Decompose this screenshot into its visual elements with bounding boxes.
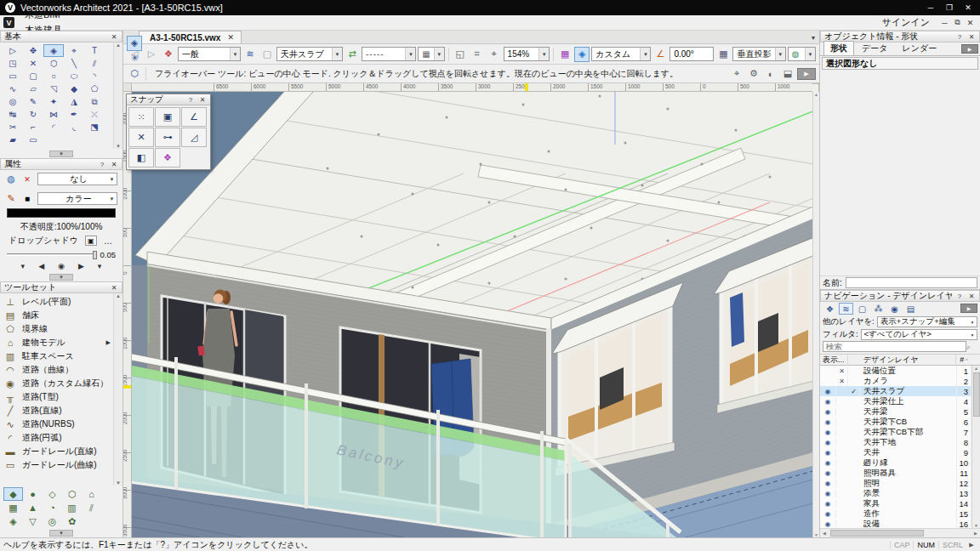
tool-button[interactable]: ◆ (64, 82, 84, 95)
render-mode-select[interactable]: ◍ ▼ (788, 47, 816, 61)
tool-button[interactable]: ▰ (3, 133, 23, 146)
visibility-eye-icon[interactable]: ◉ (820, 388, 836, 395)
tool-button[interactable]: ⌖ (64, 44, 84, 57)
pen-color-bar[interactable] (7, 208, 116, 218)
help-icon[interactable]: ? (955, 33, 964, 41)
visibility-eye-icon[interactable]: ◉ (820, 398, 836, 406)
close-icon[interactable]: ✕ (110, 284, 118, 292)
tool-button[interactable]: ╲ (64, 57, 84, 70)
drop-shadow-toggle[interactable]: ▣ (85, 236, 97, 246)
tool-button[interactable]: ↹ (3, 108, 23, 121)
toolset-category-button[interactable]: ◇ (43, 487, 62, 501)
snap-palette-header[interactable]: スナップ ? ✕ (127, 94, 210, 105)
tool-button[interactable]: ✕ (23, 57, 43, 70)
basic-palette-scrollbar[interactable]: ▲▼ (113, 43, 122, 149)
visibility-eye-icon[interactable]: ◉ (820, 429, 836, 436)
collapse-toolset-button[interactable]: ▼ (49, 530, 73, 537)
toolset-item[interactable]: ⌂ 建物モデル ▶ (0, 336, 113, 349)
fit-to-objects-icon[interactable]: ⌗ (470, 47, 485, 62)
active-class-select[interactable]: 一般 ▼ (178, 47, 241, 61)
maximize-window-button[interactable]: ❐ (943, 3, 956, 12)
next-icon[interactable]: ▶ (78, 262, 84, 270)
object-name-input[interactable] (846, 277, 977, 288)
layer-name[interactable]: 設備 (860, 519, 957, 529)
snap-button[interactable]: ◿ (181, 128, 207, 147)
toolset-category-button[interactable]: ▦ (3, 501, 23, 514)
eyedropper-icon[interactable]: ◉ (58, 262, 65, 270)
object-info-tab[interactable]: レンダー (895, 41, 943, 55)
tool-button[interactable]: ▱ (23, 82, 43, 95)
toolset-category-button[interactable]: ▲ (23, 501, 43, 514)
toolset-item[interactable]: ◜ 道路(円弧) (0, 431, 113, 445)
navigation-mode-icon[interactable]: ▤ (903, 303, 918, 315)
tool-button[interactable]: ◹ (43, 82, 64, 95)
navigation-mode-icon[interactable]: ◉ (887, 303, 902, 315)
toolset-category-button[interactable]: ▥ (62, 501, 82, 514)
fill-bucket-icon[interactable]: ◍ (5, 173, 17, 185)
active-layer-select[interactable]: 天井スラブ ▼ (276, 47, 343, 61)
tool-button[interactable]: ◈ (43, 44, 64, 57)
visibility-off-icon[interactable]: ✕ (836, 367, 848, 375)
line-weight-slider[interactable] (7, 253, 97, 256)
chevron-down-icon[interactable]: ▾ (98, 262, 102, 270)
status-expand-button[interactable]: ▶ (966, 542, 977, 548)
mode-button[interactable]: ⬡ (127, 66, 142, 82)
tool-button[interactable]: ◮ (64, 95, 84, 108)
visibility-eye-icon[interactable]: ◉ (820, 520, 836, 528)
saved-views-icon[interactable]: ❖ (161, 47, 176, 62)
drop-shadow-more-button[interactable]: … (104, 236, 112, 246)
pen-color-swatch[interactable]: ■ (21, 194, 33, 203)
layer-row[interactable]: ◉ 天井梁下CB下部 7 (820, 427, 971, 437)
hatch-select[interactable]: ▦ ▼ (418, 47, 444, 61)
tool-button[interactable]: ✂ (3, 121, 23, 133)
zoom-level-select[interactable]: 154% ▼ (504, 47, 550, 61)
visibility-eye-icon[interactable]: ◉ (820, 418, 836, 426)
pen-icon[interactable]: ✎ (5, 193, 17, 204)
toolset-item[interactable]: ⊥ レベル(平面) (0, 295, 113, 309)
sign-in-link[interactable]: サインイン (874, 16, 938, 29)
object-info-tab[interactable]: データ (855, 41, 894, 55)
help-icon[interactable]: ? (955, 293, 964, 300)
probe-icon[interactable]: ⌖ (729, 66, 744, 82)
layer-name-column-header[interactable]: デザインレイヤ (860, 355, 956, 366)
layer-nav-icon[interactable]: ⇄ (345, 47, 360, 62)
tab-overflow-button[interactable]: ▼ (807, 32, 819, 43)
view-orientation-select[interactable]: カスタム ▼ (591, 47, 651, 61)
visibility-eye-icon[interactable]: ◉ (820, 408, 836, 416)
close-icon[interactable]: ✕ (198, 96, 207, 104)
layer-row[interactable]: ◉ 廻り縁 10 (820, 457, 971, 468)
drawing-canvas[interactable]: Balcony 65006000550050004500400035003000… (123, 83, 819, 537)
toolset-item[interactable]: ◠ 道路（曲線） (0, 363, 113, 377)
toolset-item[interactable]: ∿ 道路(NURBS) (0, 418, 113, 431)
doc-restore-button[interactable]: ⧉ (951, 18, 964, 27)
attributes-palette-header[interactable]: 属性 ? ✕ (0, 158, 122, 170)
layer-list-header[interactable]: 表示... デザインレイヤ # ^ (820, 354, 980, 366)
visibility-eye-icon[interactable]: ◉ (820, 449, 836, 457)
tool-button[interactable]: ⧉ (84, 95, 105, 108)
close-icon[interactable]: ✕ (110, 33, 118, 41)
snap-button[interactable]: ∠ (181, 107, 207, 127)
visibility-eye-icon[interactable]: ◉ (820, 500, 836, 508)
tool-button[interactable]: ▢ (23, 70, 43, 82)
visibility-eye-icon[interactable]: ◉ (820, 469, 836, 477)
toolset-item[interactable]: ▬ ガードレール(直線) (0, 445, 113, 458)
mode-button[interactable]: ✳ (127, 51, 142, 66)
visibility-off-icon[interactable]: ✕ (836, 378, 848, 385)
tool-button[interactable]: ∿ (3, 82, 23, 95)
canvas-vertical-scrollbar[interactable]: ▲▼ (812, 92, 819, 537)
layer-row[interactable]: ◉ 照明器具 11 (820, 468, 971, 478)
tool-button[interactable]: ⬠ (84, 82, 105, 95)
toolset-category-button[interactable]: ⬡ (62, 487, 82, 501)
snap-button[interactable]: ⁙ (128, 107, 154, 127)
tool-button[interactable]: ◎ (3, 95, 23, 108)
toolset-category-button[interactable]: ◔ (43, 501, 62, 514)
minimize-window-button[interactable]: ─ (924, 3, 937, 12)
tool-button[interactable]: ⤫ (84, 108, 105, 121)
toolset-category-button[interactable]: ● (23, 487, 43, 501)
help-icon[interactable]: ? (98, 161, 106, 168)
visibility-eye-icon[interactable]: ◉ (820, 459, 836, 467)
close-icon[interactable]: ✕ (110, 161, 118, 168)
menu-item[interactable]: 建築 (18, 0, 79, 8)
pen-style-select[interactable]: カラー ▼ (37, 192, 117, 205)
basic-palette-header[interactable]: 基本 ✕ (0, 31, 122, 43)
